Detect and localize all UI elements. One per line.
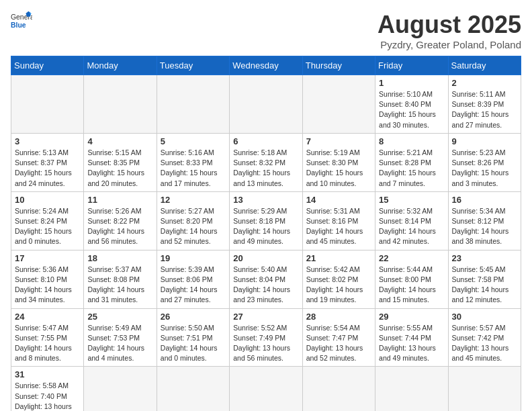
day-info: Sunrise: 5:13 AM Sunset: 8:37 PM Dayligh… (15, 148, 80, 189)
calendar-day-cell (84, 75, 157, 134)
day-number: 11 (87, 195, 152, 205)
day-number: 9 (452, 136, 517, 146)
day-info: Sunrise: 5:23 AM Sunset: 8:26 PM Dayligh… (452, 148, 517, 189)
calendar-day-cell: 7Sunrise: 5:19 AM Sunset: 8:30 PM Daylig… (302, 133, 375, 191)
day-info: Sunrise: 5:47 AM Sunset: 7:55 PM Dayligh… (15, 323, 80, 364)
calendar-week-row: 1Sunrise: 5:10 AM Sunset: 8:40 PM Daylig… (11, 75, 521, 134)
calendar-day-cell: 9Sunrise: 5:23 AM Sunset: 8:26 PM Daylig… (448, 133, 521, 191)
day-number: 30 (452, 312, 517, 322)
calendar-day-cell: 20Sunrise: 5:40 AM Sunset: 8:04 PM Dayli… (230, 250, 302, 308)
calendar-day-cell: 29Sunrise: 5:55 AM Sunset: 7:44 PM Dayli… (375, 308, 448, 367)
day-number: 24 (15, 312, 80, 322)
calendar-day-cell (302, 75, 375, 134)
calendar-day-cell: 17Sunrise: 5:36 AM Sunset: 8:10 PM Dayli… (11, 250, 84, 308)
calendar-day-cell: 11Sunrise: 5:26 AM Sunset: 8:22 PM Dayli… (84, 191, 157, 250)
day-number: 5 (161, 136, 226, 146)
calendar-day-cell: 24Sunrise: 5:47 AM Sunset: 7:55 PM Dayli… (11, 308, 84, 367)
day-number: 25 (87, 312, 152, 322)
calendar-day-cell (448, 367, 521, 411)
weekday-header-row: SundayMondayTuesdayWednesdayThursdayFrid… (11, 56, 521, 75)
calendar-day-cell: 1Sunrise: 5:10 AM Sunset: 8:40 PM Daylig… (375, 75, 448, 134)
calendar-week-row: 31Sunrise: 5:58 AM Sunset: 7:40 PM Dayli… (11, 367, 521, 411)
weekday-header-tuesday: Tuesday (157, 56, 229, 75)
day-info: Sunrise: 5:57 AM Sunset: 7:42 PM Dayligh… (452, 323, 517, 364)
day-info: Sunrise: 5:54 AM Sunset: 7:47 PM Dayligh… (306, 323, 371, 364)
calendar-day-cell: 4Sunrise: 5:15 AM Sunset: 8:35 PM Daylig… (84, 133, 157, 191)
weekday-header-monday: Monday (84, 56, 157, 75)
day-info: Sunrise: 5:34 AM Sunset: 8:12 PM Dayligh… (452, 206, 517, 247)
calendar-day-cell (302, 367, 375, 411)
calendar-day-cell: 5Sunrise: 5:16 AM Sunset: 8:33 PM Daylig… (157, 133, 229, 191)
calendar-day-cell (157, 75, 229, 134)
calendar-week-row: 24Sunrise: 5:47 AM Sunset: 7:55 PM Dayli… (11, 308, 521, 367)
day-number: 3 (15, 136, 80, 146)
day-number: 31 (15, 369, 80, 379)
calendar-day-cell: 31Sunrise: 5:58 AM Sunset: 7:40 PM Dayli… (11, 367, 84, 411)
weekday-header-wednesday: Wednesday (230, 56, 302, 75)
calendar-day-cell (375, 367, 448, 411)
day-info: Sunrise: 5:39 AM Sunset: 8:06 PM Dayligh… (161, 265, 226, 306)
calendar-day-cell: 23Sunrise: 5:45 AM Sunset: 7:58 PM Dayli… (448, 250, 521, 308)
calendar-week-row: 3Sunrise: 5:13 AM Sunset: 8:37 PM Daylig… (11, 133, 521, 191)
day-info: Sunrise: 5:36 AM Sunset: 8:10 PM Dayligh… (15, 265, 80, 306)
calendar-day-cell (230, 75, 302, 134)
day-info: Sunrise: 5:29 AM Sunset: 8:18 PM Dayligh… (233, 206, 298, 247)
logo: General Blue (11, 11, 32, 32)
calendar-week-row: 10Sunrise: 5:24 AM Sunset: 8:24 PM Dayli… (11, 191, 521, 250)
day-number: 14 (306, 195, 371, 205)
calendar-day-cell: 28Sunrise: 5:54 AM Sunset: 7:47 PM Dayli… (302, 308, 375, 367)
day-number: 2 (452, 78, 517, 88)
day-info: Sunrise: 5:45 AM Sunset: 7:58 PM Dayligh… (452, 265, 517, 306)
day-number: 26 (161, 312, 226, 322)
calendar-day-cell: 26Sunrise: 5:50 AM Sunset: 7:51 PM Dayli… (157, 308, 229, 367)
day-info: Sunrise: 5:58 AM Sunset: 7:40 PM Dayligh… (15, 381, 80, 411)
day-number: 1 (379, 78, 444, 88)
day-number: 28 (306, 312, 371, 322)
month-title: August 2025 (378, 11, 521, 39)
day-number: 6 (233, 136, 298, 146)
day-number: 10 (15, 195, 80, 205)
calendar-day-cell (84, 367, 157, 411)
day-number: 18 (87, 253, 152, 263)
day-number: 13 (233, 195, 298, 205)
day-info: Sunrise: 5:55 AM Sunset: 7:44 PM Dayligh… (379, 323, 444, 364)
calendar-day-cell: 13Sunrise: 5:29 AM Sunset: 8:18 PM Dayli… (230, 191, 302, 250)
day-number: 16 (452, 195, 517, 205)
day-info: Sunrise: 5:50 AM Sunset: 7:51 PM Dayligh… (161, 323, 226, 364)
calendar-day-cell: 25Sunrise: 5:49 AM Sunset: 7:53 PM Dayli… (84, 308, 157, 367)
calendar-week-row: 17Sunrise: 5:36 AM Sunset: 8:10 PM Dayli… (11, 250, 521, 308)
calendar-day-cell: 21Sunrise: 5:42 AM Sunset: 8:02 PM Dayli… (302, 250, 375, 308)
day-number: 21 (306, 253, 371, 263)
weekday-header-saturday: Saturday (448, 56, 521, 75)
calendar-day-cell (11, 75, 84, 134)
calendar-day-cell: 27Sunrise: 5:52 AM Sunset: 7:49 PM Dayli… (230, 308, 302, 367)
day-info: Sunrise: 5:19 AM Sunset: 8:30 PM Dayligh… (306, 148, 371, 189)
day-number: 7 (306, 136, 371, 146)
day-info: Sunrise: 5:27 AM Sunset: 8:20 PM Dayligh… (161, 206, 226, 247)
day-number: 4 (87, 136, 152, 146)
svg-text:Blue: Blue (11, 21, 26, 29)
calendar-day-cell: 16Sunrise: 5:34 AM Sunset: 8:12 PM Dayli… (448, 191, 521, 250)
calendar-day-cell (230, 367, 302, 411)
calendar-day-cell: 15Sunrise: 5:32 AM Sunset: 8:14 PM Dayli… (375, 191, 448, 250)
day-info: Sunrise: 5:40 AM Sunset: 8:04 PM Dayligh… (233, 265, 298, 306)
day-info: Sunrise: 5:16 AM Sunset: 8:33 PM Dayligh… (161, 148, 226, 189)
day-number: 19 (161, 253, 226, 263)
day-number: 22 (379, 253, 444, 263)
day-info: Sunrise: 5:42 AM Sunset: 8:02 PM Dayligh… (306, 265, 371, 306)
day-info: Sunrise: 5:44 AM Sunset: 8:00 PM Dayligh… (379, 265, 444, 306)
day-info: Sunrise: 5:32 AM Sunset: 8:14 PM Dayligh… (379, 206, 444, 247)
day-info: Sunrise: 5:52 AM Sunset: 7:49 PM Dayligh… (233, 323, 298, 364)
day-info: Sunrise: 5:11 AM Sunset: 8:39 PM Dayligh… (452, 89, 517, 130)
day-number: 23 (452, 253, 517, 263)
page-header: General Blue August 2025 Pyzdry, Greater… (11, 11, 521, 50)
day-number: 12 (161, 195, 226, 205)
calendar-day-cell: 30Sunrise: 5:57 AM Sunset: 7:42 PM Dayli… (448, 308, 521, 367)
weekday-header-friday: Friday (375, 56, 448, 75)
day-number: 8 (379, 136, 444, 146)
calendar-day-cell: 6Sunrise: 5:18 AM Sunset: 8:32 PM Daylig… (230, 133, 302, 191)
day-info: Sunrise: 5:49 AM Sunset: 7:53 PM Dayligh… (87, 323, 152, 364)
day-info: Sunrise: 5:15 AM Sunset: 8:35 PM Dayligh… (87, 148, 152, 189)
calendar-day-cell (157, 367, 229, 411)
calendar-day-cell: 22Sunrise: 5:44 AM Sunset: 8:00 PM Dayli… (375, 250, 448, 308)
